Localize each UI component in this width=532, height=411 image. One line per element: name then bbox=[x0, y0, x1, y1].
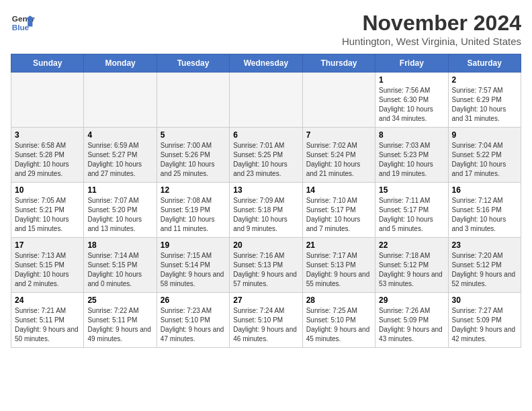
column-header-sunday: Sunday bbox=[11, 54, 84, 73]
cell-info: Sunrise: 7:18 AM Sunset: 5:12 PM Dayligh… bbox=[379, 251, 444, 289]
day-number: 9 bbox=[452, 130, 517, 140]
week-row-3: 10Sunrise: 7:05 AM Sunset: 5:21 PM Dayli… bbox=[11, 183, 521, 238]
calendar-cell: 5Sunrise: 7:00 AM Sunset: 5:26 PM Daylig… bbox=[157, 128, 229, 183]
calendar-cell: 3Sunrise: 6:58 AM Sunset: 5:28 PM Daylig… bbox=[11, 128, 84, 183]
day-number: 6 bbox=[233, 130, 298, 140]
cell-info: Sunrise: 7:13 AM Sunset: 5:15 PM Dayligh… bbox=[15, 251, 80, 289]
cell-info: Sunrise: 7:05 AM Sunset: 5:21 PM Dayligh… bbox=[15, 196, 80, 234]
calendar-cell: 26Sunrise: 7:23 AM Sunset: 5:10 PM Dayli… bbox=[157, 293, 229, 348]
cell-info: Sunrise: 7:23 AM Sunset: 5:10 PM Dayligh… bbox=[161, 306, 226, 344]
calendar-cell: 20Sunrise: 7:16 AM Sunset: 5:13 PM Dayli… bbox=[230, 238, 302, 293]
calendar-cell: 11Sunrise: 7:07 AM Sunset: 5:20 PM Dayli… bbox=[84, 183, 157, 238]
calendar-cell: 29Sunrise: 7:26 AM Sunset: 5:09 PM Dayli… bbox=[375, 293, 448, 348]
cell-info: Sunrise: 7:17 AM Sunset: 5:13 PM Dayligh… bbox=[306, 251, 371, 289]
title-area: November 2024 Huntington, West Virginia,… bbox=[342, 11, 521, 47]
column-header-thursday: Thursday bbox=[302, 54, 375, 73]
calendar-cell: 21Sunrise: 7:17 AM Sunset: 5:13 PM Dayli… bbox=[302, 238, 375, 293]
cell-info: Sunrise: 7:00 AM Sunset: 5:26 PM Dayligh… bbox=[161, 141, 226, 179]
cell-info: Sunrise: 7:21 AM Sunset: 5:11 PM Dayligh… bbox=[15, 306, 80, 344]
week-row-2: 3Sunrise: 6:58 AM Sunset: 5:28 PM Daylig… bbox=[11, 128, 521, 183]
calendar-cell: 18Sunrise: 7:14 AM Sunset: 5:15 PM Dayli… bbox=[84, 238, 157, 293]
day-number: 18 bbox=[87, 240, 152, 250]
cell-info: Sunrise: 6:59 AM Sunset: 5:27 PM Dayligh… bbox=[87, 141, 152, 179]
column-header-saturday: Saturday bbox=[448, 54, 521, 73]
calendar-cell: 22Sunrise: 7:18 AM Sunset: 5:12 PM Dayli… bbox=[375, 238, 448, 293]
calendar-cell: 6Sunrise: 7:01 AM Sunset: 5:25 PM Daylig… bbox=[230, 128, 302, 183]
day-number: 14 bbox=[306, 185, 371, 195]
cell-info: Sunrise: 7:01 AM Sunset: 5:25 PM Dayligh… bbox=[233, 141, 298, 179]
day-number: 7 bbox=[306, 130, 371, 140]
logo: General Blue bbox=[11, 11, 35, 35]
day-number: 3 bbox=[15, 130, 80, 140]
calendar-cell: 7Sunrise: 7:02 AM Sunset: 5:24 PM Daylig… bbox=[302, 128, 375, 183]
calendar-cell bbox=[157, 73, 229, 128]
location-title: Huntington, West Virginia, United States bbox=[342, 36, 521, 47]
cell-info: Sunrise: 7:20 AM Sunset: 5:12 PM Dayligh… bbox=[452, 251, 517, 289]
cell-info: Sunrise: 7:11 AM Sunset: 5:17 PM Dayligh… bbox=[379, 196, 444, 234]
calendar-cell: 27Sunrise: 7:24 AM Sunset: 5:10 PM Dayli… bbox=[230, 293, 302, 348]
cell-info: Sunrise: 7:02 AM Sunset: 5:24 PM Dayligh… bbox=[306, 141, 371, 179]
calendar-cell: 1Sunrise: 7:56 AM Sunset: 6:30 PM Daylig… bbox=[375, 73, 448, 128]
cell-info: Sunrise: 7:15 AM Sunset: 5:14 PM Dayligh… bbox=[161, 251, 226, 289]
day-number: 24 bbox=[15, 295, 80, 305]
cell-info: Sunrise: 7:09 AM Sunset: 5:18 PM Dayligh… bbox=[233, 196, 298, 234]
cell-info: Sunrise: 7:25 AM Sunset: 5:10 PM Dayligh… bbox=[306, 306, 371, 344]
calendar-cell: 24Sunrise: 7:21 AM Sunset: 5:11 PM Dayli… bbox=[11, 293, 84, 348]
day-number: 10 bbox=[15, 185, 80, 195]
column-header-wednesday: Wednesday bbox=[230, 54, 302, 73]
cell-info: Sunrise: 7:03 AM Sunset: 5:23 PM Dayligh… bbox=[379, 141, 444, 179]
day-number: 5 bbox=[161, 130, 226, 140]
week-row-4: 17Sunrise: 7:13 AM Sunset: 5:15 PM Dayli… bbox=[11, 238, 521, 293]
day-number: 30 bbox=[452, 295, 517, 305]
cell-info: Sunrise: 6:58 AM Sunset: 5:28 PM Dayligh… bbox=[15, 141, 80, 179]
week-row-1: 1Sunrise: 7:56 AM Sunset: 6:30 PM Daylig… bbox=[11, 73, 521, 128]
cell-info: Sunrise: 7:10 AM Sunset: 5:17 PM Dayligh… bbox=[306, 196, 371, 234]
calendar-cell bbox=[302, 73, 375, 128]
cell-info: Sunrise: 7:12 AM Sunset: 5:16 PM Dayligh… bbox=[452, 196, 517, 234]
day-number: 22 bbox=[379, 240, 444, 250]
calendar-table: SundayMondayTuesdayWednesdayThursdayFrid… bbox=[11, 54, 521, 348]
calendar-cell: 8Sunrise: 7:03 AM Sunset: 5:23 PM Daylig… bbox=[375, 128, 448, 183]
day-number: 23 bbox=[452, 240, 517, 250]
calendar-cell: 9Sunrise: 7:04 AM Sunset: 5:22 PM Daylig… bbox=[448, 128, 521, 183]
calendar-cell: 16Sunrise: 7:12 AM Sunset: 5:16 PM Dayli… bbox=[448, 183, 521, 238]
day-number: 27 bbox=[233, 295, 298, 305]
calendar-cell bbox=[230, 73, 302, 128]
page-header: General Blue November 2024 Huntington, W… bbox=[11, 11, 521, 47]
cell-info: Sunrise: 7:04 AM Sunset: 5:22 PM Dayligh… bbox=[452, 141, 517, 179]
day-number: 12 bbox=[161, 185, 226, 195]
cell-info: Sunrise: 7:22 AM Sunset: 5:11 PM Dayligh… bbox=[87, 306, 152, 344]
day-number: 21 bbox=[306, 240, 371, 250]
calendar-cell: 2Sunrise: 7:57 AM Sunset: 6:29 PM Daylig… bbox=[448, 73, 521, 128]
cell-info: Sunrise: 7:07 AM Sunset: 5:20 PM Dayligh… bbox=[87, 196, 152, 234]
calendar-cell: 13Sunrise: 7:09 AM Sunset: 5:18 PM Dayli… bbox=[230, 183, 302, 238]
cell-info: Sunrise: 7:57 AM Sunset: 6:29 PM Dayligh… bbox=[452, 86, 517, 124]
cell-info: Sunrise: 7:56 AM Sunset: 6:30 PM Dayligh… bbox=[379, 86, 444, 124]
svg-text:Blue: Blue bbox=[12, 23, 30, 32]
cell-info: Sunrise: 7:08 AM Sunset: 5:19 PM Dayligh… bbox=[161, 196, 226, 234]
day-number: 13 bbox=[233, 185, 298, 195]
calendar-cell: 10Sunrise: 7:05 AM Sunset: 5:21 PM Dayli… bbox=[11, 183, 84, 238]
header-row: SundayMondayTuesdayWednesdayThursdayFrid… bbox=[11, 54, 521, 73]
day-number: 20 bbox=[233, 240, 298, 250]
day-number: 2 bbox=[452, 75, 517, 85]
calendar-cell: 19Sunrise: 7:15 AM Sunset: 5:14 PM Dayli… bbox=[157, 238, 229, 293]
month-title: November 2024 bbox=[342, 11, 521, 36]
calendar-cell bbox=[11, 73, 84, 128]
day-number: 16 bbox=[452, 185, 517, 195]
cell-info: Sunrise: 7:16 AM Sunset: 5:13 PM Dayligh… bbox=[233, 251, 298, 289]
column-header-monday: Monday bbox=[84, 54, 157, 73]
day-number: 19 bbox=[161, 240, 226, 250]
calendar-cell: 17Sunrise: 7:13 AM Sunset: 5:15 PM Dayli… bbox=[11, 238, 84, 293]
day-number: 25 bbox=[87, 295, 152, 305]
calendar-cell: 28Sunrise: 7:25 AM Sunset: 5:10 PM Dayli… bbox=[302, 293, 375, 348]
day-number: 11 bbox=[87, 185, 152, 195]
calendar-cell: 23Sunrise: 7:20 AM Sunset: 5:12 PM Dayli… bbox=[448, 238, 521, 293]
calendar-cell: 12Sunrise: 7:08 AM Sunset: 5:19 PM Dayli… bbox=[157, 183, 229, 238]
calendar-cell: 15Sunrise: 7:11 AM Sunset: 5:17 PM Dayli… bbox=[375, 183, 448, 238]
day-number: 28 bbox=[306, 295, 371, 305]
cell-info: Sunrise: 7:27 AM Sunset: 5:09 PM Dayligh… bbox=[452, 306, 517, 344]
week-row-5: 24Sunrise: 7:21 AM Sunset: 5:11 PM Dayli… bbox=[11, 293, 521, 348]
cell-info: Sunrise: 7:26 AM Sunset: 5:09 PM Dayligh… bbox=[379, 306, 444, 344]
calendar-cell: 25Sunrise: 7:22 AM Sunset: 5:11 PM Dayli… bbox=[84, 293, 157, 348]
